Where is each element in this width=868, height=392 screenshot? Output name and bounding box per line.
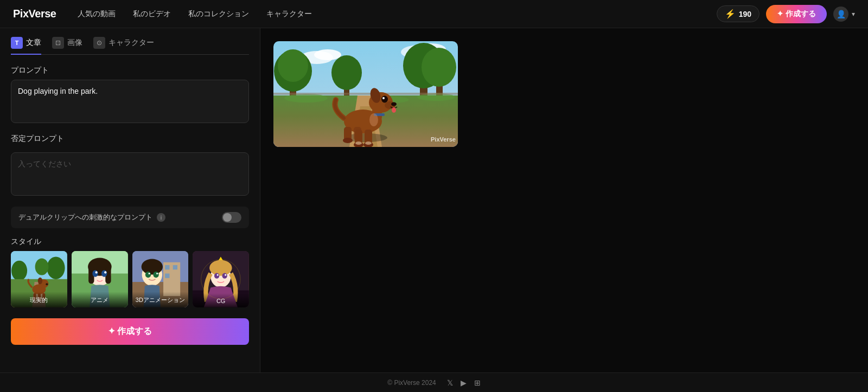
create-button-main[interactable]: ✦ 作成する (11, 318, 249, 345)
svg-point-34 (156, 273, 158, 274)
svg-rect-65 (273, 93, 458, 95)
svg-point-31 (145, 272, 150, 278)
footer: © PixVerse 2024 𝕏 ▶ ⊞ (0, 372, 868, 392)
svg-point-74 (382, 97, 385, 99)
prompt-section: プロンプト Dog playing in the park. (11, 66, 249, 125)
svg-point-60 (284, 94, 328, 102)
nav-characters[interactable]: キャラクター (266, 9, 312, 19)
style-realistic[interactable]: 現実的 (11, 251, 67, 307)
svg-point-83 (343, 138, 353, 143)
svg-point-84 (369, 113, 378, 126)
svg-point-19 (92, 270, 98, 277)
svg-point-86 (365, 142, 372, 145)
dual-clip-row: デュアルクリップへの刺激的なプロンプト i (11, 207, 249, 228)
svg-point-21 (95, 271, 97, 273)
create-button-header[interactable]: ✦ 作成する (766, 5, 827, 23)
style-grid: 現実的 (11, 251, 249, 307)
dog-park-scene: PixVerse (273, 41, 458, 147)
svg-point-55 (278, 49, 308, 82)
main-nav: 人気の動画 私のビデオ 私のコレクション キャラクター (78, 9, 716, 19)
prompt-input[interactable]: Dog playing in the park. (11, 80, 249, 123)
style-3d[interactable]: 3Dアニメーション (132, 251, 189, 307)
svg-point-40 (214, 273, 219, 278)
char-tab-icon: ⊙ (93, 37, 105, 49)
footer-copyright: © PixVerse 2024 (387, 379, 436, 387)
toggle-knob (223, 213, 232, 222)
logo: PixVerse (13, 8, 56, 20)
header-right: ⚡ 190 ✦ 作成する 👤 ▾ (717, 5, 855, 23)
negative-prompt-label: 否定プロンプト (11, 134, 249, 144)
video-preview-card[interactable]: PixVerse (273, 41, 458, 147)
tab-bar: T 文章 ⊡ 画像 ⊙ キャラクター (11, 37, 249, 55)
svg-point-42 (217, 274, 219, 276)
svg-point-32 (153, 272, 158, 278)
left-panel: T 文章 ⊡ 画像 ⊙ キャラクター プロンプト Dog playing in … (0, 28, 260, 372)
svg-rect-28 (165, 274, 169, 278)
style-realistic-label: 現実的 (11, 292, 67, 307)
lightning-icon: ⚡ (725, 9, 736, 19)
svg-rect-27 (173, 265, 177, 269)
svg-point-41 (222, 273, 227, 278)
prompt-label: プロンプト (11, 66, 249, 75)
svg-point-43 (225, 274, 226, 276)
svg-point-22 (104, 271, 106, 273)
image-tab-icon: ⊡ (52, 37, 64, 49)
text-tab-icon: T (11, 37, 23, 49)
dual-clip-label: デュアルクリップへの刺激的なプロンプト i (18, 213, 165, 222)
style-cg-label: CG (193, 293, 249, 307)
svg-point-33 (148, 273, 150, 274)
svg-point-12 (46, 283, 48, 285)
style-anime[interactable]: アニメ (72, 251, 128, 307)
youtube-icon[interactable]: ▶ (461, 378, 467, 387)
svg-point-58 (331, 55, 362, 90)
dual-clip-text: デュアルクリップへの刺激的なプロンプト (18, 213, 152, 222)
svg-point-30 (141, 259, 162, 275)
chevron-down-icon: ▾ (852, 10, 855, 18)
tab-character[interactable]: ⊙ キャラクター (93, 37, 154, 54)
discord-icon[interactable]: ⊞ (474, 378, 481, 387)
nav-popular-videos[interactable]: 人気の動画 (78, 9, 116, 19)
svg-point-85 (355, 142, 362, 145)
main-content: T 文章 ⊡ 画像 ⊙ キャラクター プロンプト Dog playing in … (0, 28, 868, 372)
svg-point-73 (381, 96, 388, 103)
tab-image[interactable]: ⊡ 画像 (52, 37, 82, 54)
credits-count: 190 (739, 10, 751, 18)
info-icon[interactable]: i (157, 213, 165, 222)
nav-my-videos[interactable]: 私のビデオ (133, 9, 171, 19)
user-area[interactable]: 👤 ▾ (833, 7, 855, 22)
svg-rect-82 (354, 127, 361, 140)
dual-clip-toggle[interactable] (222, 212, 241, 223)
svg-point-8 (38, 278, 42, 284)
tab-image-label: 画像 (67, 38, 82, 48)
tab-character-label: キャラクター (108, 38, 154, 48)
svg-point-47 (314, 49, 341, 60)
footer-social: 𝕏 ▶ ⊞ (447, 378, 481, 387)
style-3d-label: 3Dアニメーション (132, 292, 189, 307)
svg-point-57 (422, 48, 456, 87)
style-cg[interactable]: CG (193, 251, 249, 307)
svg-text:PixVerse: PixVerse (431, 136, 456, 143)
right-area: PixVerse (260, 28, 868, 372)
tab-text[interactable]: T 文章 (11, 37, 41, 54)
twitter-icon[interactable]: 𝕏 (447, 378, 453, 387)
style-anime-label: アニメ (72, 292, 128, 307)
style-label: スタイル (11, 237, 249, 247)
negative-prompt-section: 否定プロンプト (11, 134, 249, 198)
svg-point-39 (209, 260, 232, 276)
user-icon: 👤 (833, 7, 848, 22)
svg-point-71 (391, 102, 397, 106)
svg-point-72 (392, 107, 396, 113)
tab-text-label: 文章 (26, 38, 41, 48)
header: PixVerse 人気の動画 私のビデオ 私のコレクション キャラクター ⚡ 1… (0, 0, 868, 28)
credits-badge[interactable]: ⚡ 190 (717, 5, 760, 22)
svg-point-3 (35, 258, 49, 275)
style-section: スタイル (11, 237, 249, 307)
svg-point-20 (101, 270, 107, 277)
negative-prompt-input[interactable] (11, 152, 249, 196)
video-preview: PixVerse (273, 41, 458, 147)
svg-point-1 (11, 261, 27, 281)
svg-rect-26 (165, 265, 169, 269)
nav-my-collection[interactable]: 私のコレクション (188, 9, 249, 19)
svg-point-2 (47, 256, 65, 279)
